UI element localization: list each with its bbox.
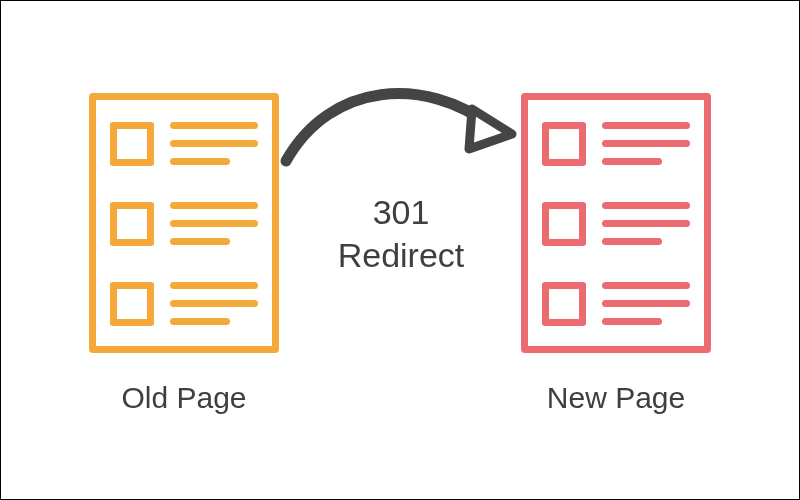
text-lines-icon (602, 280, 690, 328)
list-bullet-icon (110, 122, 154, 166)
arrow-right-icon (276, 71, 526, 191)
old-page-card (89, 93, 279, 353)
redirect-diagram: 301 Redirect Old Page New Page (1, 1, 799, 499)
text-lines-icon (170, 280, 258, 328)
new-page-caption: New Page (506, 381, 726, 415)
redirect-code: 301 (373, 193, 430, 231)
text-lines-icon (602, 120, 690, 168)
text-lines-icon (602, 200, 690, 248)
new-page-card (521, 93, 711, 353)
list-bullet-icon (542, 122, 586, 166)
list-bullet-icon (542, 202, 586, 246)
redirect-label: 301 Redirect (301, 191, 501, 276)
list-bullet-icon (110, 282, 154, 326)
list-bullet-icon (110, 202, 154, 246)
old-page-caption: Old Page (74, 381, 294, 415)
text-lines-icon (170, 200, 258, 248)
redirect-word: Redirect (338, 236, 465, 274)
list-bullet-icon (542, 282, 586, 326)
text-lines-icon (170, 120, 258, 168)
